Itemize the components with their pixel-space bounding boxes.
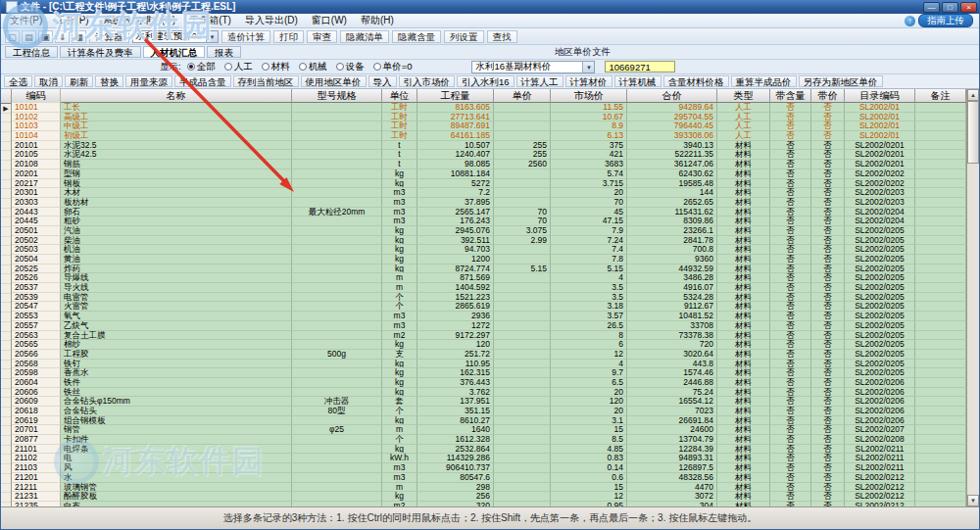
action-button-17[interactable]: 另存为新地区单价 [799,75,883,87]
table-row[interactable]: 20301木材m37.220144材料否否SL2002/0203 [12,188,966,198]
action-button-10[interactable]: 引入市场价 [399,75,456,87]
region-price-file-dropdown[interactable]: 水利16基期材料价 ▼ [471,61,595,73]
table-row[interactable]: 21231酚醛胶板kg256123072材料否否SL2002/0212 [12,492,966,502]
save-icon[interactable]: ▣ [38,30,53,43]
action-button-1[interactable]: 全选 [4,75,32,87]
table-row[interactable]: 20598香蕉水kg162.3159.71574.46材料否否SL2002/02… [12,368,966,378]
view-tab-2[interactable]: 计算条件及费率 [60,46,141,58]
column-header-9[interactable]: 类型 [717,89,770,103]
filter-radio-1[interactable]: 全部 [187,61,216,73]
toolbar-button-3[interactable]: 审查 [307,30,337,43]
table-row[interactable]: 20701钢管φ25m16401524600材料否否SL2002/0207 [12,425,966,435]
table-row[interactable]: 21211玻璃钢管m298154470材料否否SL2002/0212 [12,483,966,493]
menu-item-6[interactable]: 窗口(W) [305,14,354,27]
toolbar-button-5[interactable]: 隐藏含量 [392,30,441,43]
column-header-6[interactable]: 单价 [494,89,551,103]
column-header-5[interactable]: 工程量 [417,89,494,103]
action-button-4[interactable]: 替换 [95,75,123,87]
toolbar-button-6[interactable]: 列设置 [444,30,484,43]
action-button-13[interactable]: 计算材价 [565,75,612,87]
table-row[interactable]: 20609合金钻头φ150mm冲击器套137.95112016554.12材料否… [12,397,966,407]
table-row[interactable]: 20443卵石最大粒径20mmm32565.1477045115431.62材料… [12,208,966,217]
table-row[interactable]: 10104初级工工时64161.1856.13393308.06人工否否SL20… [12,131,966,141]
action-button-11[interactable]: 引入水利16 [457,75,514,87]
menu-item-4[interactable]: 工具箱(T) [182,14,238,27]
scroll-down-icon[interactable]: ▼ [967,495,979,506]
column-header-12[interactable]: 目录编码 [845,89,915,103]
filter-radio-3[interactable]: 材料 [262,61,290,73]
table-row[interactable]: 20525炸药kg8724.7745.155.1544932.59材料否否SL2… [12,265,966,274]
column-header-11[interactable]: 带价 [811,89,845,103]
template-dropdown[interactable]: 水利建筑预算02 ▼ [132,30,220,43]
minimize-button[interactable]: — [923,2,940,13]
table-row[interactable]: 20537导火线m1404.5923.54916.07材料否否SL2002/02… [12,283,966,293]
action-button-3[interactable]: 刷新 [65,75,93,87]
table-row[interactable]: 20604铁件kg376.4436.52446.88材料否否SL2002/020… [12,378,966,388]
action-button-5[interactable]: 用量来源 [125,75,172,87]
toolbar-button-2[interactable]: 打印 [273,30,304,43]
filter-radio-5[interactable]: 设备 [336,61,365,73]
column-header-3[interactable]: 型号规格 [292,89,382,103]
column-header-13[interactable]: 备注 [915,89,966,103]
menu-item-2[interactable]: 工程(P) [49,14,95,27]
table-row[interactable]: 20501汽油kg2945.0763.0757.923266.1材料否否SL20… [12,226,966,236]
vertical-scrollbar[interactable]: ▲ ▼ [966,89,979,506]
action-button-6[interactable]: 半成品含量 [174,75,231,87]
total-value-field[interactable]: 10669271 [605,61,675,72]
close-button[interactable]: × [960,2,977,13]
table-row[interactable]: 20303板枋材m337.895702652.65材料否否SL2002/0203 [12,198,966,208]
table-row[interactable]: 21103风m3906410.7370.14126897.5材料否否SL2002… [12,463,966,473]
action-button-16[interactable]: 重算半成品价 [731,75,797,87]
table-row[interactable]: 10102高级工工时27713.64110.67295704.55人工否否SL2… [12,113,966,122]
table-row[interactable]: 20539电雷管个1521.2233.55324.28材料否否SL2002/02… [12,293,966,303]
table-row[interactable]: 20606铁丝kg3.7622075.24材料否否SL2002/0206 [12,388,966,398]
table-row[interactable]: 20565棉纱kg1206720材料否否SL2002/0205 [12,340,966,350]
filter-radio-4[interactable]: 机械 [299,61,327,73]
column-header-10[interactable]: 带含量 [770,89,811,103]
table-row[interactable]: 20503机油kg94.7037.4700.8材料否否SL2002/0205 [12,245,966,255]
action-button-9[interactable]: 导入 [368,75,397,87]
action-button-2[interactable]: 取消 [34,75,63,87]
table-row[interactable]: 21101电焊条kg2532.8644.8512284.39材料否否SL2002… [12,445,966,455]
calculator-button[interactable]: 计算器 [89,30,129,43]
print-preview-icon[interactable]: ▦ [72,30,86,43]
table-row[interactable]: 20217钢板kg52723.71519585.48材料否否SL2002/020… [12,179,966,189]
toolbar-button-4[interactable]: 隐藏清单 [340,30,389,43]
column-header-4[interactable]: 单位 [382,89,417,103]
table-row[interactable]: 20618合金钻头80型个351.15207023材料否否SL2002/0206 [12,407,966,416]
toolbar-button-7[interactable]: 查找 [487,30,517,43]
table-row[interactable]: 20445粗砂m3176.2437047.158309.86材料否否SL2002… [12,217,966,226]
table-row[interactable]: 10101工长工时8163.60511.5594289.64人工否否SL2002… [12,103,966,113]
filter-radio-6[interactable]: 单价=0 [373,61,413,73]
column-header-1[interactable]: 编码 [12,89,61,103]
table-row[interactable]: 20553氧气m329363.5710481.52材料否否SL2002/0205 [12,312,966,321]
column-header-7[interactable]: 市场价 [551,89,627,103]
filter-radio-2[interactable]: 人工 [224,61,253,73]
table-row[interactable]: 20201型钢kg10881.1845.7462430.62材料否否SL2002… [12,169,966,179]
table-row[interactable]: 20108钢筋t98.08525603683361247.06材料否否SL200… [12,160,966,169]
maximize-button[interactable]: □ [942,2,958,13]
view-tab-3[interactable]: 人材机汇总 [143,46,206,58]
action-button-14[interactable]: 计算机械 [614,75,662,87]
action-button-8[interactable]: 使用地区单价 [301,75,367,87]
column-header-8[interactable]: 合价 [627,89,717,103]
menu-item-7[interactable]: 帮助(H) [354,14,401,27]
table-row[interactable]: 20547火雷管个2865.6193.189112.67材料否否SL2002/0… [12,302,966,312]
new-file-icon[interactable]: ▢ [5,30,20,43]
table-row[interactable]: 20502柴油kg392.5112.997.242841.78材料否否SL200… [12,236,966,246]
title-bar[interactable]: 文件 - [C:\工程文件\例子工程\水利\例子工程.ESL] — □ × [1,0,979,14]
table-row[interactable]: 20568铁钉kg110.954443.8材料否否SL2002/0205 [12,360,966,369]
table-row[interactable]: 20101水泥32.5t10.5072553753940.13材料否否SL200… [12,141,966,151]
table-row[interactable]: 20557乙炔气m3127226.533708材料否否SL2002/0205 [12,321,966,331]
table-row[interactable]: 20563复合土工膜m29172.297873378.38材料否否SL2002/… [12,331,966,341]
menu-item-1[interactable]: 文件(P) [3,14,49,27]
view-tab-1[interactable]: 工程信息 [5,46,58,58]
table-row[interactable]: 20526导爆线m871.56943486.28材料否否SL2002/0205 [12,273,966,283]
table-row[interactable]: 21201水m380547.60.648328.56材料否否SL2002/021… [12,473,966,483]
menu-item-5[interactable]: 导入导出(D) [238,14,305,27]
guide-upload-button[interactable]: 指南上传 [918,14,973,27]
export-icon[interactable]: ⇓ [55,30,70,43]
table-row[interactable]: 21102电kW.h114329.2860.8394893.31材料否否SL20… [12,454,966,463]
scroll-up-icon[interactable]: ▲ [967,89,979,101]
toolbar-button-1[interactable]: 造价计算 [221,30,270,43]
